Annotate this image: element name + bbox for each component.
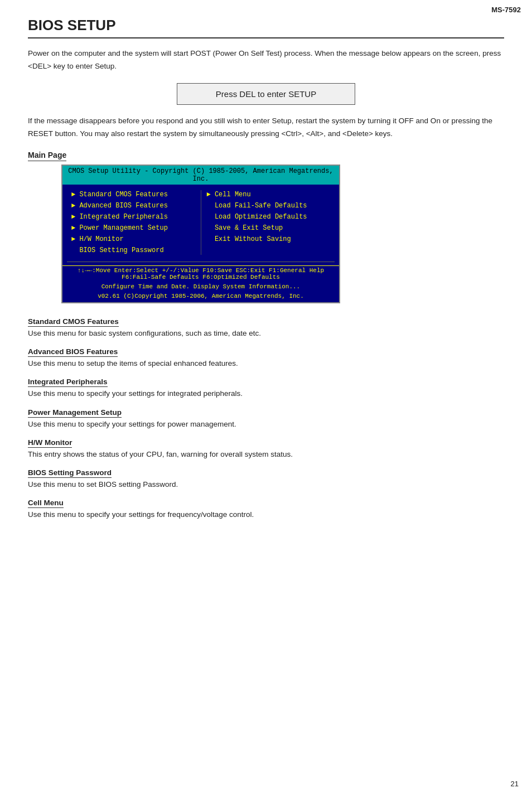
bios-menu-save-exit[interactable]: Save & Exit Setup [207,224,331,233]
section-desc-2: Use this menu to specify your settings f… [28,388,504,399]
bios-menu-area: ► Standard CMOS Features ► Advanced BIOS… [62,185,339,258]
page-container: MS-7592 BIOS SETUP Power on the computer… [0,0,532,551]
press-del-box: Press DEL to enter SETUP [177,83,355,105]
section-desc-0: Use this menu for basic system configura… [28,328,504,339]
section-heading-0: Standard CMOS Features [28,317,119,327]
bios-menu-failsafe[interactable]: Load Fail-Safe Defaults [207,201,331,210]
section-desc-6: Use this menu to specify your settings f… [28,509,504,520]
section-block-3: Power Management SetupUse this menu to s… [28,408,504,430]
main-page-label: Main Page [28,151,66,161]
bios-menu-advanced[interactable]: ► Advanced BIOS Features [71,201,195,210]
bios-status-line2: F6:Fail-Safe Defaults F6:Optimized Defau… [66,274,336,280]
section-heading-4: H/W Monitor [28,438,72,448]
section-desc-4: This entry shows the status of your CPU,… [28,449,504,460]
bios-divider [67,262,335,262]
section-block-5: BIOS Setting PasswordUse this menu to se… [28,468,504,490]
bios-menu-standard[interactable]: ► Standard CMOS Features [71,190,195,199]
section-block-4: H/W MonitorThis entry shows the status o… [28,438,504,460]
section-block-0: Standard CMOS FeaturesUse this menu for … [28,317,504,339]
section-heading-5: BIOS Setting Password [28,468,112,478]
section-heading-1: Advanced BIOS Features [28,347,118,357]
section-heading-3: Power Management Setup [28,408,122,418]
bios-left-col: ► Standard CMOS Features ► Advanced BIOS… [71,190,195,255]
bios-menu-optimized[interactable]: Load Optimized Defaults [207,212,331,221]
section-desc-5: Use this menu to set BIOS setting Passwo… [28,479,504,490]
bios-menu-cell[interactable]: ► Cell Menu [207,190,331,199]
bios-menu-power[interactable]: ► Power Management Setup [71,224,195,233]
page-number: 21 [511,780,519,788]
intro-text: Power on the computer and the system wil… [28,47,504,73]
section-block-6: Cell MenuUse this menu to specify your s… [28,498,504,520]
bios-copyright-bar: v02.61 (C)Copyright 1985-2006, American … [62,292,339,302]
sections-container: Standard CMOS FeaturesUse this menu for … [28,317,504,521]
bios-col-divider [201,190,201,255]
bios-screen-wrapper: CMOS Setup Utility - Copyright (C) 1985-… [61,165,504,303]
section-block-1: Advanced BIOS FeaturesUse this menu to s… [28,347,504,369]
section-heading-6: Cell Menu [28,499,64,508]
page-title: BIOS SETUP [28,17,504,38]
section-block-2: Integrated PeripheralsUse this menu to s… [28,377,504,399]
bios-right-col: ► Cell Menu Load Fail-Safe Defaults Load… [207,190,331,255]
bios-menu-exit-nosave[interactable]: Exit Without Saving [207,235,331,244]
bios-info-bar: Configure Time and Date. Display System … [62,282,339,292]
bios-menu-integrated[interactable]: ► Integrated Peripherals [71,212,195,221]
second-para: If the message disappears before you res… [28,115,504,141]
bios-status-line1: ↑↓→←:Move Enter:Select +/-/:Value F10:Sa… [66,267,336,274]
model-label: MS-7592 [491,6,521,14]
bios-menu-hw[interactable]: ► H/W Monitor [71,235,195,244]
bios-screen: CMOS Setup Utility - Copyright (C) 1985-… [61,165,340,303]
section-desc-1: Use this menu to setup the items of spec… [28,358,504,369]
bios-title-bar: CMOS Setup Utility - Copyright (C) 1985-… [62,166,339,185]
section-heading-2: Integrated Peripherals [28,378,108,387]
bios-status-bar: ↑↓→←:Move Enter:Select +/-/:Value F10:Sa… [62,265,339,282]
section-desc-3: Use this menu to specify your settings f… [28,419,504,430]
bios-menu-password[interactable]: BIOS Setting Password [71,246,195,255]
